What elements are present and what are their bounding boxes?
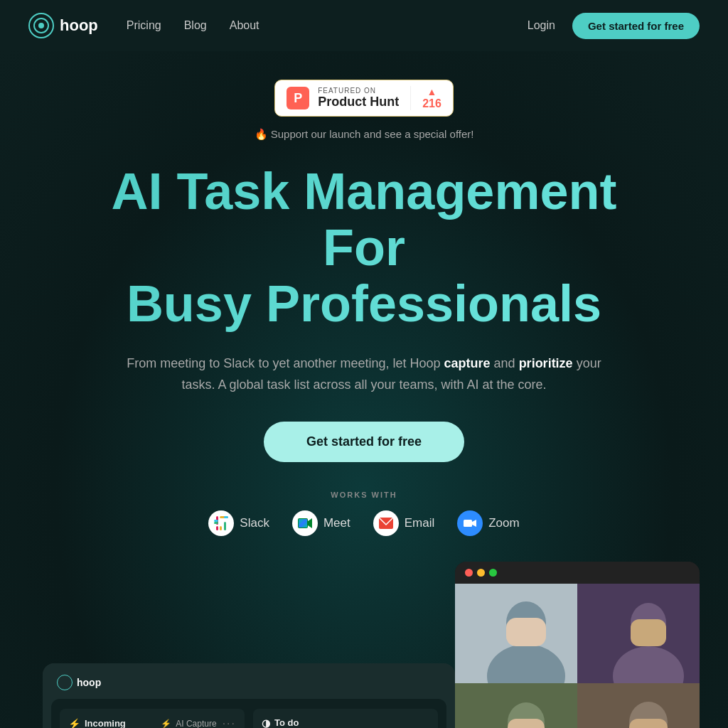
nav-right: Login Get started for free <box>528 13 700 39</box>
logo[interactable]: hoop <box>28 13 98 38</box>
svg-rect-6 <box>214 520 218 522</box>
login-link[interactable]: Login <box>528 19 555 32</box>
product-hunt-badge[interactable]: P FEATURED ON Product Hunt ▲ 216 <box>274 80 454 117</box>
ph-upvote-arrow: ▲ <box>427 86 437 97</box>
app-body: ⚡ Incoming ⚡ AI Capture ··· ⚡ <box>51 699 446 728</box>
app-col-incoming-header: ⚡ Incoming ⚡ AI Capture ··· <box>68 717 236 728</box>
todo-title: ◑ To do <box>262 717 299 728</box>
video-screenshot: hoop <box>455 562 700 728</box>
hero-subtext: From meeting to Slack to yet another mee… <box>122 353 606 396</box>
svg-rect-5 <box>220 526 222 530</box>
svg-rect-2 <box>224 522 226 530</box>
nav-link-about[interactable]: About <box>230 19 259 32</box>
window-dot-red <box>465 569 473 577</box>
app-logo-small: hoop <box>57 675 101 690</box>
app-col-todo: ◑ To do <box>253 709 438 728</box>
integration-zoom: Zoom <box>457 510 519 536</box>
nav-left: hoop Pricing Blog About <box>28 13 259 38</box>
window-dot-green <box>489 569 497 577</box>
svg-rect-19 <box>506 618 546 646</box>
slack-icon <box>208 510 234 536</box>
svg-rect-31 <box>629 719 668 728</box>
incoming-icon: ⚡ <box>68 718 80 728</box>
svg-rect-23 <box>631 619 666 646</box>
app-col-incoming: ⚡ Incoming ⚡ AI Capture ··· ⚡ <box>60 709 245 728</box>
ph-vote-count: 216 <box>422 97 441 110</box>
app-logo-icon <box>57 675 73 690</box>
ph-product-name: Product Hunt <box>318 95 399 109</box>
hero-section: P FEATURED ON Product Hunt ▲ 216 🔥 Suppo… <box>0 51 728 728</box>
ai-capture-pill: ⚡ AI Capture <box>161 719 216 728</box>
app-titlebar: hoop <box>43 663 455 699</box>
works-with-section: WORKS WITH Slack <box>208 491 519 536</box>
integrations-list: Slack <box>208 510 519 536</box>
ph-text-block: FEATURED ON Product Hunt <box>318 87 399 109</box>
zoom-label: Zoom <box>488 516 519 530</box>
integration-meet: Meet <box>292 510 350 536</box>
app-col-todo-header: ◑ To do <box>262 717 429 728</box>
col1-dots[interactable]: ··· <box>223 717 236 728</box>
ai-capture-icon: ⚡ <box>161 719 171 728</box>
svg-rect-7 <box>224 516 228 518</box>
video-cell-1 <box>455 584 577 683</box>
video-titlebar <box>455 562 700 584</box>
window-dot-yellow <box>477 569 485 577</box>
zoom-icon <box>457 510 483 536</box>
todo-icon: ◑ <box>262 717 270 728</box>
incoming-label: Incoming <box>85 718 126 728</box>
hero-heading-line2: Busy Professionals <box>127 275 601 332</box>
hero-bold-prioritize: prioritize <box>519 356 573 370</box>
integration-slack: Slack <box>208 510 269 536</box>
works-with-label: WORKS WITH <box>331 491 397 499</box>
video-cell-4 <box>577 683 700 728</box>
svg-rect-14 <box>464 520 472 527</box>
app-screenshot: hoop ⚡ Incoming ⚡ AI Capture <box>43 663 455 728</box>
navbar: hoop Pricing Blog About Login Get starte… <box>0 0 728 51</box>
hero-bold-capture: capture <box>444 356 491 370</box>
logo-text: hoop <box>60 16 98 35</box>
nav-cta-button[interactable]: Get started for free <box>572 13 700 39</box>
video-grid <box>455 584 700 728</box>
video-cell-3 <box>455 683 577 728</box>
ai-capture-label: AI Capture <box>176 719 216 728</box>
meet-label: Meet <box>323 516 350 530</box>
nav-links: Pricing Blog About <box>127 19 259 32</box>
svg-rect-27 <box>508 719 545 728</box>
meet-icon <box>292 510 318 536</box>
hero-heading-line1: AI Task Management For <box>112 163 617 276</box>
svg-rect-1 <box>216 526 218 530</box>
email-label: Email <box>405 516 435 530</box>
screenshots-row: hoop ⚡ Incoming ⚡ AI Capture <box>28 562 700 728</box>
hero-heading: AI Task Management For Busy Professional… <box>87 164 641 333</box>
slack-label: Slack <box>240 516 269 530</box>
logo-icon <box>28 13 54 38</box>
ph-p-letter: P <box>287 87 309 109</box>
hero-cta-button[interactable]: Get started for free <box>264 422 464 462</box>
nav-link-blog[interactable]: Blog <box>184 19 207 32</box>
email-icon <box>373 510 399 536</box>
ph-featured-label: FEATURED ON <box>318 87 399 95</box>
ph-subtitle: 🔥 Support our launch and see a special o… <box>255 128 474 141</box>
incoming-title: ⚡ Incoming <box>68 718 126 728</box>
svg-marker-9 <box>308 518 312 528</box>
integration-email: Email <box>373 510 435 536</box>
nav-link-pricing[interactable]: Pricing <box>127 19 161 32</box>
video-cell-2 <box>577 584 700 683</box>
ph-votes-block: ▲ 216 <box>410 86 441 110</box>
svg-rect-3 <box>214 522 218 524</box>
todo-label: To do <box>274 717 299 728</box>
svg-rect-11 <box>299 519 307 528</box>
app-logo-text: hoop <box>77 677 101 688</box>
